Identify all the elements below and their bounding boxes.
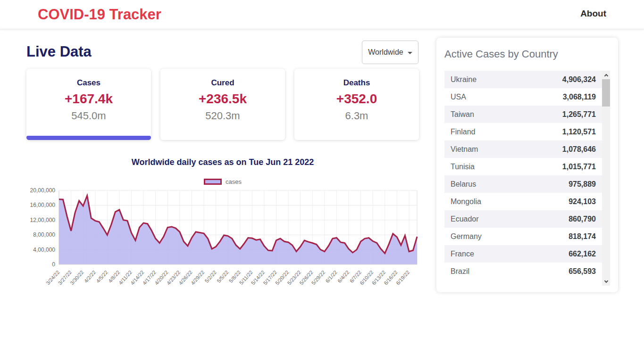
country-active-cases: 656,593 bbox=[569, 267, 596, 276]
svg-text:16,00,000: 16,00,000 bbox=[30, 202, 56, 208]
country-active-cases: 818,174 bbox=[569, 232, 596, 241]
country-row: Germany818,174 bbox=[444, 228, 602, 245]
svg-text:4/5/22: 4/5/22 bbox=[95, 269, 109, 284]
chevron-up-icon bbox=[604, 74, 608, 77]
country-active-cases: 1,265,771 bbox=[562, 110, 596, 119]
daily-cases-chart: 04,00,0008,00,00012,00,00016,00,00020,00… bbox=[26, 187, 420, 297]
chart-title: Worldwide daily cases as on Tue Jun 21 2… bbox=[26, 157, 419, 167]
country-list-scrollbar[interactable] bbox=[602, 71, 610, 286]
svg-text:8,00,000: 8,00,000 bbox=[33, 231, 55, 238]
legend-swatch bbox=[204, 179, 222, 185]
stat-total: 520.3m bbox=[160, 110, 285, 122]
stat-delta: +167.4k bbox=[26, 91, 151, 107]
country-name: Belarus bbox=[451, 180, 476, 189]
country-active-cases: 1,078,646 bbox=[562, 145, 596, 154]
country-active-cases: 4,906,324 bbox=[562, 75, 596, 84]
country-active-cases: 3,068,119 bbox=[563, 93, 596, 101]
country-name: Mongolia bbox=[451, 197, 481, 206]
country-name: Vietnam bbox=[451, 145, 478, 154]
country-active-cases: 1,120,571 bbox=[562, 128, 596, 136]
country-row: USA3,068,119 bbox=[444, 88, 602, 106]
svg-text:6/4/22: 6/4/22 bbox=[336, 269, 350, 284]
svg-text:12,00,000: 12,00,000 bbox=[30, 217, 56, 223]
svg-text:4/2/22: 4/2/22 bbox=[83, 269, 97, 284]
country-active-cases: 924,103 bbox=[569, 197, 596, 206]
svg-text:5/2/22: 5/2/22 bbox=[204, 269, 217, 284]
country-name: France bbox=[451, 250, 474, 258]
svg-text:20,00,000: 20,00,000 bbox=[30, 187, 56, 194]
country-name: Germany bbox=[451, 232, 482, 241]
country-active-cases: 860,790 bbox=[569, 215, 596, 223]
svg-text:4,00,000: 4,00,000 bbox=[33, 247, 55, 253]
country-row: Ukraine4,906,324 bbox=[444, 71, 602, 88]
country-active-cases: 662,162 bbox=[569, 250, 596, 258]
stat-label: Cases bbox=[26, 78, 151, 88]
country-name: Tunisia bbox=[451, 163, 475, 171]
country-name: Brazil bbox=[451, 267, 469, 276]
stat-label: Deaths bbox=[294, 78, 419, 88]
stat-total: 545.0m bbox=[26, 110, 151, 122]
country-name: USA bbox=[451, 93, 466, 101]
active-cases-panel: Active Cases by Country Ukraine4,906,324… bbox=[436, 38, 618, 292]
stat-card-deaths[interactable]: Deaths +352.0 6.3m bbox=[294, 69, 419, 140]
stat-cards: Cases +167.4k 545.0m Cured +236.5k 520.3… bbox=[26, 69, 419, 140]
country-name: Ukraine bbox=[451, 75, 477, 84]
stat-delta: +236.5k bbox=[160, 91, 285, 107]
stat-delta: +352.0 bbox=[294, 91, 419, 107]
country-active-cases: 975,889 bbox=[569, 180, 596, 189]
country-row: Belarus975,889 bbox=[444, 175, 602, 193]
chevron-down-icon bbox=[604, 279, 608, 282]
legend-label: cases bbox=[226, 178, 242, 185]
region-dropdown-value: Worldwide bbox=[368, 48, 403, 57]
country-row: Ecuador860,790 bbox=[444, 210, 602, 228]
country-active-cases: 1,015,771 bbox=[562, 163, 596, 171]
app-title: COVID-19 Tracker bbox=[38, 6, 161, 23]
stat-card-cured[interactable]: Cured +236.5k 520.3m bbox=[160, 69, 285, 140]
country-row: Finland1,120,571 bbox=[444, 123, 602, 140]
country-row: France662,162 bbox=[444, 245, 602, 263]
country-row: Taiwan1,265,771 bbox=[444, 106, 602, 123]
svg-text:5/29/22: 5/29/22 bbox=[310, 269, 326, 286]
region-dropdown[interactable]: Worldwide bbox=[362, 41, 418, 64]
country-row: Brazil656,593 bbox=[444, 263, 602, 280]
svg-text:5/5/22: 5/5/22 bbox=[216, 269, 229, 284]
active-cases-title: Active Cases by Country bbox=[444, 48, 558, 60]
app-header: COVID-19 Tracker About bbox=[0, 0, 644, 29]
country-name: Taiwan bbox=[451, 110, 474, 119]
country-row: Vietnam1,078,646 bbox=[444, 140, 602, 158]
scrollbar-thumb[interactable] bbox=[602, 79, 610, 107]
chevron-down-icon bbox=[408, 52, 412, 54]
svg-text:0: 0 bbox=[52, 261, 55, 268]
stat-total: 6.3m bbox=[294, 110, 419, 122]
scroll-down-button[interactable] bbox=[602, 278, 610, 285]
country-row: Tunisia1,015,771 bbox=[444, 158, 602, 175]
country-name: Ecuador bbox=[451, 215, 479, 223]
page-title: Live Data bbox=[26, 43, 92, 60]
stat-card-cases[interactable]: Cases +167.4k 545.0m bbox=[26, 69, 151, 140]
svg-text:6/19/22: 6/19/22 bbox=[395, 269, 410, 286]
active-card-indicator bbox=[26, 136, 151, 140]
country-row: Mongolia924,103 bbox=[444, 193, 602, 210]
svg-text:6/1/22: 6/1/22 bbox=[325, 269, 338, 284]
svg-text:3/30/22: 3/30/22 bbox=[69, 269, 84, 286]
about-link[interactable]: About bbox=[580, 8, 606, 19]
stat-label: Cured bbox=[160, 78, 285, 88]
chart-legend[interactable]: cases bbox=[26, 178, 419, 185]
scroll-up-button[interactable] bbox=[602, 71, 610, 79]
country-name: Finland bbox=[451, 128, 475, 136]
svg-text:4/29/22: 4/29/22 bbox=[190, 269, 205, 286]
country-list: Ukraine4,906,324USA3,068,119Taiwan1,265,… bbox=[444, 71, 602, 286]
